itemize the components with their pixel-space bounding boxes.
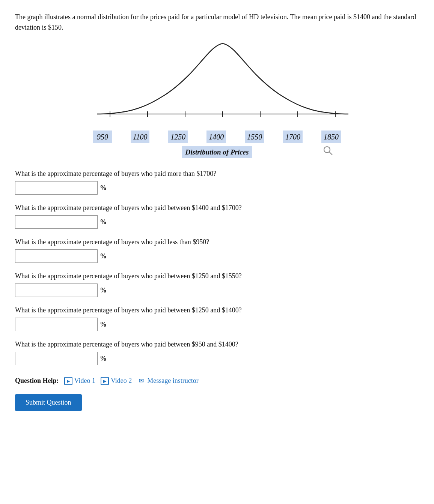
chart-area [86,42,348,128]
video2-label: Video 2 [111,376,132,386]
video1-label: Video 1 [74,376,95,386]
answer-row-1: % [15,181,419,195]
video2-link[interactable]: ▶ Video 2 [101,376,132,386]
axis-label-1550: 1550 [245,130,264,143]
mail-icon: ✉ [137,378,145,384]
message-instructor-link[interactable]: ✉ Message instructor [137,376,198,386]
axis-label-950: 950 [93,130,112,143]
axis-label-1400: 1400 [206,130,226,143]
axis-labels: 950 1100 1250 1400 1550 1700 1850 [86,130,348,143]
answer-row-3: % [15,249,419,263]
video1-link[interactable]: ▶ Video 1 [64,376,95,386]
percent-sign-2: % [100,217,107,227]
svg-point-8 [324,147,330,153]
answer-input-1[interactable] [15,181,98,195]
percent-sign-3: % [100,251,107,261]
question-block-3: What is the approximate percentage of bu… [15,237,419,263]
chart-caption-row: Distribution of Prices [86,146,348,159]
chart-caption: Distribution of Prices [182,146,253,159]
question-help-label: Question Help: [15,376,59,386]
svg-line-9 [329,152,332,155]
percent-sign-1: % [100,183,107,193]
question-text-6: What is the approximate percentage of bu… [15,339,419,350]
questions-section: What is the approximate percentage of bu… [15,169,419,365]
axis-label-1700: 1700 [283,130,303,143]
axis-label-1250: 1250 [168,130,188,143]
intro-text: The graph illustrates a normal distribut… [15,12,419,33]
chart-container: 950 1100 1250 1400 1550 1700 1850 Distri… [86,42,348,159]
play-icon-2: ▶ [101,377,109,385]
question-text-3: What is the approximate percentage of bu… [15,237,419,247]
question-text-5: What is the approximate percentage of bu… [15,305,419,315]
question-block-4: What is the approximate percentage of bu… [15,271,419,297]
question-block-1: What is the approximate percentage of bu… [15,169,419,195]
answer-row-5: % [15,318,419,331]
play-icon-1: ▶ [64,377,72,385]
search-icon-container[interactable] [323,146,333,159]
bell-curve-svg [86,42,348,128]
answer-row-4: % [15,284,419,297]
answer-input-6[interactable] [15,352,98,365]
question-text-1: What is the approximate percentage of bu… [15,169,419,179]
question-block-6: What is the approximate percentage of bu… [15,339,419,365]
message-instructor-label: Message instructor [147,376,198,386]
answer-row-2: % [15,215,419,229]
submit-button[interactable]: Submit Question [15,394,82,411]
axis-label-1100: 1100 [131,130,150,143]
question-help-row: Question Help: ▶ Video 1 ▶ Video 2 ✉ Mes… [15,376,419,386]
percent-sign-4: % [100,285,107,296]
question-text-2: What is the approximate percentage of bu… [15,203,419,213]
answer-input-2[interactable] [15,215,98,229]
percent-sign-6: % [100,354,107,364]
search-icon [323,146,333,156]
answer-input-5[interactable] [15,318,98,331]
answer-row-6: % [15,352,419,365]
axis-label-1850: 1850 [321,130,341,143]
percent-sign-5: % [100,320,107,330]
question-text-4: What is the approximate percentage of bu… [15,271,419,281]
question-block-5: What is the approximate percentage of bu… [15,305,419,331]
question-block-2: What is the approximate percentage of bu… [15,203,419,229]
answer-input-4[interactable] [15,284,98,297]
answer-input-3[interactable] [15,249,98,263]
